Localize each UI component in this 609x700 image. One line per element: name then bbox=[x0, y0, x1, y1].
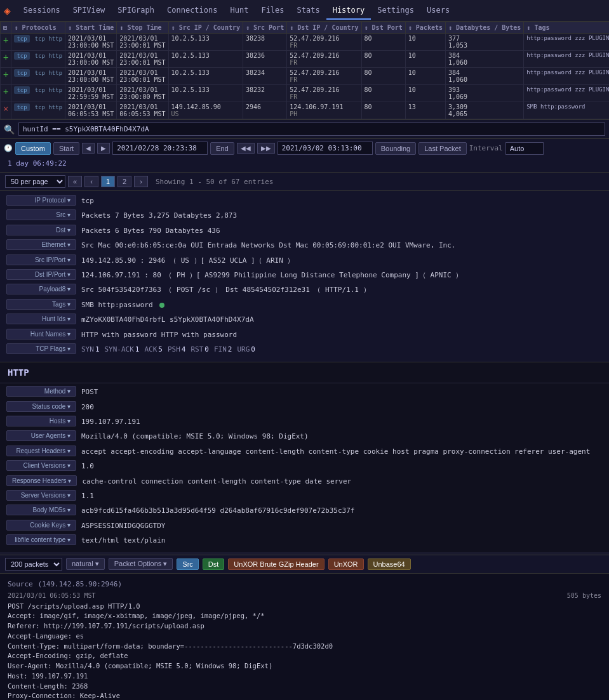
http-client-ver-label-btn[interactable]: Client Versions ▾ bbox=[6, 460, 76, 471]
dst-ip-label-btn[interactable]: Dst IP/Port ▾ bbox=[6, 269, 76, 280]
source-entry-timestamp: 2021/03/01 06:05:53 MST bbox=[8, 592, 95, 599]
col-stop-time[interactable]: ↕ Stop Time bbox=[117, 22, 168, 34]
tags-label-btn[interactable]: Tags ▾ bbox=[6, 299, 76, 310]
source-entries: 2021/03/01 06:05:53 MST 505 bytes POST /… bbox=[8, 592, 601, 700]
nav-sessions[interactable]: Sessions bbox=[17, 2, 67, 20]
row-expand-icon[interactable]: + bbox=[3, 35, 8, 45]
tags-indicator bbox=[159, 303, 164, 308]
packets-count-select[interactable]: 200 packets 100 packets 50 packets bbox=[5, 558, 62, 571]
nav-spigraph[interactable]: SPIGraph bbox=[111, 2, 161, 20]
bounding-button[interactable]: Bounding bbox=[375, 142, 417, 155]
end-time-input[interactable] bbox=[278, 142, 373, 155]
cell-tags: http:password zzz PLUGINS bbox=[524, 51, 609, 68]
col-dst-ip[interactable]: ↕ Dst IP / Country bbox=[287, 22, 361, 34]
end-prev-button[interactable]: ◀◀ bbox=[237, 143, 255, 154]
http-hosts-label-btn[interactable]: Hosts ▾ bbox=[6, 416, 76, 426]
row-expand-icon[interactable]: × bbox=[3, 103, 8, 114]
last-packet-button[interactable]: Last Packet bbox=[418, 142, 466, 155]
table-row[interactable]: + tcp tcp http 2021/03/01 23:00:00 MST 2… bbox=[1, 68, 610, 85]
col-start-time[interactable]: ↕ Start Time bbox=[65, 22, 117, 34]
col-tags[interactable]: ↕ Tags bbox=[524, 22, 609, 34]
table-row[interactable]: + tcp tcp http 2021/03/01 23:00:00 MST 2… bbox=[1, 34, 610, 51]
col-src-port[interactable]: ↕ Src Port bbox=[243, 22, 286, 34]
hunt-names-label-btn[interactable]: Hunt Names ▾ bbox=[6, 329, 76, 340]
detail-ip-protocol-row: IP Protocol ▾ tcp bbox=[6, 195, 603, 207]
duration-display: 1 day 06:49:22 bbox=[4, 157, 70, 169]
hunt-ids-label-btn[interactable]: Hunt Ids ▾ bbox=[6, 314, 76, 324]
nav-spiview[interactable]: SPIView bbox=[67, 2, 112, 20]
unbase64-button[interactable]: Unbase64 bbox=[368, 558, 411, 570]
unxor-button[interactable]: UnXOR bbox=[328, 558, 364, 570]
http-cookie-keys-row: Cookie Keys ▾ ASPSESSIONIDGQGGGTDY bbox=[6, 520, 603, 532]
src-label-btn[interactable]: Src ▾ bbox=[6, 209, 76, 220]
col-packets[interactable]: ↕ Packets bbox=[405, 22, 445, 34]
page-2-button[interactable]: 2 bbox=[117, 176, 131, 187]
detail-tcp-flags-row: TCP Flags ▾ SYN1SYN-ACK1ACK5PSH4RST0FIN2… bbox=[6, 343, 603, 355]
start-time-input[interactable] bbox=[112, 142, 208, 155]
row-expand-icon[interactable]: + bbox=[3, 52, 8, 62]
page-prev-button[interactable]: ‹ bbox=[84, 176, 98, 187]
http-user-agents-label-btn[interactable]: User Agents ▾ bbox=[6, 430, 76, 441]
dst-label-btn[interactable]: Dst ▾ bbox=[6, 225, 76, 235]
cell-databytes: 3771,053 bbox=[445, 34, 523, 51]
col-expand: ⊞ bbox=[1, 22, 11, 34]
nav-users[interactable]: Users bbox=[420, 2, 456, 20]
http-status-row: Status code ▾ 200 bbox=[6, 401, 603, 413]
row-expand-icon[interactable]: + bbox=[3, 69, 8, 79]
start-prev-button[interactable]: ◀ bbox=[82, 143, 95, 154]
col-protocols[interactable]: ↕ Protocols bbox=[11, 22, 65, 34]
interval-input[interactable] bbox=[505, 142, 544, 155]
tcp-flags-label-btn[interactable]: TCP Flags ▾ bbox=[6, 343, 76, 354]
col-databytes[interactable]: ↕ Databytes / Bytes bbox=[445, 22, 523, 34]
http-method-label-btn[interactable]: Method ▾ bbox=[6, 386, 76, 397]
packet-options-button[interactable]: Packet Options ▾ bbox=[109, 558, 173, 570]
payload-label-btn[interactable]: Payload8 ▾ bbox=[6, 284, 76, 294]
table-row[interactable]: × tcp tcp http 2021/03/01 06:05:53 MST 2… bbox=[1, 102, 610, 119]
nav-history[interactable]: History bbox=[326, 2, 371, 20]
cell-src-port: 38234 bbox=[243, 68, 286, 85]
col-src-ip[interactable]: ↕ Src IP / Country bbox=[168, 22, 243, 34]
per-page-select[interactable]: 50 per page 100 per page 200 per page bbox=[5, 175, 65, 188]
src-button[interactable]: Src bbox=[177, 558, 199, 570]
http-req-headers-row: Request Headers ▾ accept accept-encoding… bbox=[6, 446, 603, 458]
col-dst-port[interactable]: ↕ Dst Port bbox=[361, 22, 405, 34]
end-button[interactable]: End bbox=[210, 142, 234, 155]
start-button[interactable]: Start bbox=[53, 142, 79, 155]
cell-src-ip: 10.2.5.133 bbox=[168, 85, 243, 102]
http-cookie-keys-label-btn[interactable]: Cookie Keys ▾ bbox=[6, 520, 76, 531]
dst-button[interactable]: Dst bbox=[203, 558, 225, 570]
source-panel: Source (149.142.85.90:2946) 2021/03/01 0… bbox=[0, 574, 609, 700]
src-ip-label-btn[interactable]: Src IP/Port ▾ bbox=[6, 254, 76, 265]
cell-src-port: 2946 bbox=[243, 102, 286, 119]
http-req-headers-label-btn[interactable]: Request Headers ▾ bbox=[6, 446, 76, 456]
end-next-button[interactable]: ▶▶ bbox=[257, 143, 275, 154]
tcp-flags-value: SYN1SYN-ACK1ACK5PSH4RST0FIN2URG0 bbox=[81, 343, 260, 355]
table-row[interactable]: + tcp tcp http 2021/03/01 22:59:59 MST 2… bbox=[1, 85, 610, 102]
http-resp-headers-label-btn[interactable]: Response Headers ▾ bbox=[6, 475, 77, 486]
natural-button[interactable]: natural ▾ bbox=[66, 558, 105, 570]
http-body-md5-label-btn[interactable]: Body MD5s ▾ bbox=[6, 505, 76, 515]
nav-connections[interactable]: Connections bbox=[161, 2, 224, 20]
page-1-button[interactable]: 1 bbox=[101, 176, 115, 187]
cell-dst-port: 80 bbox=[361, 51, 405, 68]
http-libfile-label-btn[interactable]: libfile content type ▾ bbox=[6, 534, 76, 545]
nav-stats[interactable]: Stats bbox=[291, 2, 326, 20]
nav-files[interactable]: Files bbox=[255, 2, 290, 20]
page-first-button[interactable]: « bbox=[68, 176, 82, 187]
nav-settings[interactable]: Settings bbox=[371, 2, 420, 20]
mode-custom-button[interactable]: Custom bbox=[15, 142, 51, 155]
unxor-gzip-button[interactable]: UnXOR Brute GZip Header bbox=[228, 558, 324, 570]
ip-protocol-label-btn[interactable]: IP Protocol ▾ bbox=[6, 195, 76, 206]
start-next-button[interactable]: ▶ bbox=[97, 143, 110, 154]
cell-src-port: 38236 bbox=[243, 51, 286, 68]
http-server-ver-label-btn[interactable]: Server Versions ▾ bbox=[6, 490, 76, 501]
search-input[interactable] bbox=[18, 122, 605, 136]
http-status-label-btn[interactable]: Status code ▾ bbox=[6, 401, 76, 412]
table-row[interactable]: + tcp tcp http 2021/03/01 23:00:00 MST 2… bbox=[1, 51, 610, 68]
source-header: Source (149.142.85.90:2946) bbox=[8, 579, 601, 590]
page-next-button[interactable]: › bbox=[134, 176, 148, 187]
search-icon-button[interactable]: 🔍 bbox=[4, 124, 15, 135]
ethernet-label-btn[interactable]: Ethernet ▾ bbox=[6, 239, 76, 250]
row-expand-icon[interactable]: + bbox=[3, 86, 8, 96]
nav-hunt[interactable]: Hunt bbox=[224, 2, 255, 20]
